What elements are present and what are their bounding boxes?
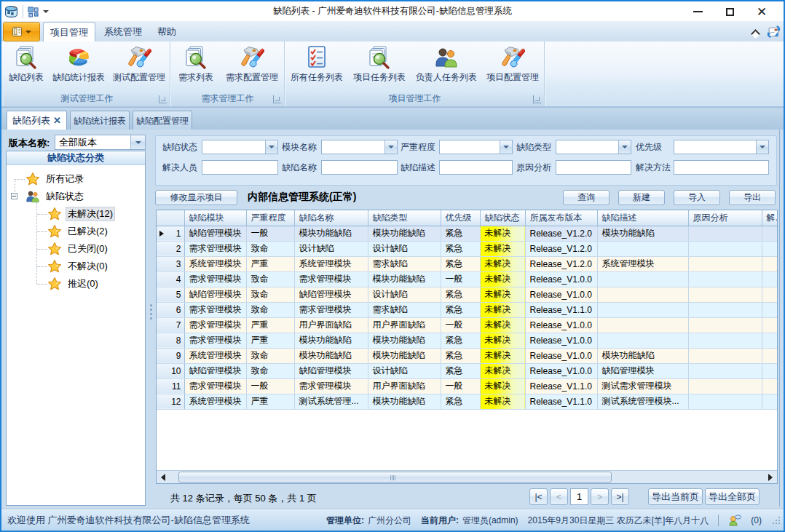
modify-display-items-button[interactable]: 修改显示项目 <box>155 190 237 205</box>
collapse-ribbon-icon[interactable] <box>752 28 760 36</box>
ribbon-button-项目配置管理[interactable]: 项目配置管理 <box>482 43 543 90</box>
ribbon-button-需求列表[interactable]: 需求列表 <box>171 43 221 90</box>
grid-row-3[interactable]: 3系统管理模块严重系统管理模块需求缺陷紧急未解决Release_V1.2.0系统… <box>157 256 778 271</box>
resize-grip-icon[interactable] <box>773 517 780 524</box>
column-header-严重程度[interactable]: 严重程度 <box>246 210 294 226</box>
switch-window-icon[interactable] <box>767 25 781 39</box>
grid-cell <box>688 256 762 271</box>
grid-row-11[interactable]: 11需求管理模块一般需求管理模块用户界面缺陷一般未解决Release_V1.1.… <box>157 378 778 394</box>
filter-combobox-优先级[interactable] <box>674 140 769 154</box>
export-all-pages-button[interactable]: 导出全部页 <box>705 488 760 505</box>
tree-item-所有记录[interactable]: 所有记录 <box>25 170 86 188</box>
horizontal-scrollbar[interactable] <box>157 470 777 483</box>
action-button-导入[interactable]: 导入 <box>674 190 720 205</box>
next-page-button[interactable]: > <box>591 488 609 505</box>
panel-splitter[interactable] <box>149 304 153 325</box>
filter-input-原因分析[interactable] <box>556 160 631 175</box>
current-page-input[interactable]: 1 <box>570 488 588 505</box>
grid-row-8[interactable]: 8需求管理模块严重模块功能缺陷模块功能缺陷紧急未解决Release_V1.0.0 <box>157 333 778 348</box>
grid-row-9[interactable]: 9系统管理模块致命模块功能缺陷模块功能缺陷紧急未解决Release_V1.0.0… <box>157 348 778 363</box>
tree-item-不解决(0)[interactable]: 不解决(0) <box>47 258 110 275</box>
grid-row-1[interactable]: 1缺陷管理模块一般模块功能缺陷模块功能缺陷紧急未解决Release_V1.2.0… <box>157 226 778 241</box>
column-header-缺陷名称[interactable]: 缺陷名称 <box>294 210 368 226</box>
tree-item-已解决(2)[interactable]: 已解决(2) <box>47 223 110 240</box>
ribbon-tab-项目管理[interactable]: 项目管理 <box>43 22 95 42</box>
ribbon-group-caption: 项目管理工作 <box>285 92 544 106</box>
column-header-缺陷模块[interactable]: 缺陷模块 <box>184 210 246 226</box>
grid-row-2[interactable]: 2需求管理模块致命设计缺陷设计缺陷紧急未解决Release_V1.2.0 <box>157 241 778 256</box>
grid-row-5[interactable]: 5缺陷管理模块致命缺陷管理模块设计缺陷紧急未解决Release_V1.0.0 <box>157 287 778 302</box>
ribbon-button-label: 缺陷统计报表 <box>52 71 105 84</box>
ribbon-button-缺陷统计报表[interactable]: 缺陷统计报表 <box>48 43 109 90</box>
maximize-button[interactable] <box>714 1 746 22</box>
row-indicator-cell: 6 <box>157 302 184 317</box>
scroll-right-icon[interactable] <box>764 471 777 483</box>
document-tab-缺陷统计报表[interactable]: 缺陷统计报表 <box>70 111 130 130</box>
document-tab-缺陷列表[interactable]: 缺陷列表✕ <box>7 111 67 130</box>
grid-row-12[interactable]: 12系统管理模块严重测试系统管理...模块功能缺陷紧急未解决Release_V1… <box>157 394 778 409</box>
filter-dropdown-icon[interactable] <box>384 140 397 154</box>
close-button[interactable]: ✕ <box>746 1 778 22</box>
filter-dropdown-icon[interactable] <box>618 140 631 154</box>
filter-dropdown-icon[interactable] <box>500 140 512 154</box>
column-header-缺陷类型[interactable]: 缺陷类型 <box>368 210 441 226</box>
grid-row-7[interactable]: 7需求管理模块严重用户界面缺陷用户界面缺陷一般未解决Release_V1.0.0 <box>157 317 778 333</box>
ribbon-tab-系统管理[interactable]: 系统管理 <box>98 22 149 42</box>
tree-item-已关闭(0)[interactable]: 已关闭(0) <box>47 240 110 258</box>
scroll-left-icon[interactable] <box>157 471 170 483</box>
tree-item-未解决(12)[interactable]: 未解决(12) <box>47 205 115 223</box>
application-menu-button[interactable] <box>3 22 40 41</box>
messages-person-icon[interactable] <box>728 514 741 527</box>
grid-indicator-header <box>157 210 184 226</box>
export-current-page-button[interactable]: 导出当前页 <box>648 488 703 505</box>
document-tab-缺陷配置管理[interactable]: 缺陷配置管理 <box>133 111 192 130</box>
filter-combobox-模块名称[interactable] <box>321 140 398 154</box>
version-combobox[interactable]: 全部版本 <box>55 135 146 150</box>
tree-item-推迟(0)[interactable]: 推迟(0) <box>47 275 100 293</box>
ribbon-tab-帮助[interactable]: 帮助 <box>151 22 183 42</box>
grid-header-row: 缺陷模块严重程度缺陷名称缺陷类型优先级缺陷状态所属发布版本缺陷描述原因分析解决方… <box>157 210 778 226</box>
grid-row-6[interactable]: 6需求管理模块致命需求管理模块需求缺陷紧急未解决Release_V1.1.0 <box>157 302 778 317</box>
tree-item-缺陷状态[interactable]: 缺陷状态 <box>25 188 86 205</box>
dialog-launcher-icon[interactable] <box>533 95 541 103</box>
filter-input-缺陷描述[interactable] <box>439 160 513 175</box>
grid-cell <box>762 363 778 378</box>
ribbon-button-缺陷列表[interactable]: 缺陷列表 <box>4 43 48 90</box>
filter-dropdown-icon[interactable] <box>756 140 768 154</box>
ribbon-button-负责人任务列表[interactable]: 负责人任务列表 <box>411 43 482 90</box>
ribbon-button-所有任务列表[interactable]: 所有任务列表 <box>285 43 348 90</box>
grid-row-10[interactable]: 10缺陷管理模块致命缺陷管理模块设计缺陷紧急未解决Release_V1.0.0缺… <box>157 363 778 378</box>
document-tab-row: 缺陷列表✕缺陷统计报表缺陷配置管理 <box>1 107 784 130</box>
filter-input-解决人员[interactable] <box>202 160 278 175</box>
grid-cell: 未解决 <box>480 333 525 348</box>
column-header-缺陷描述[interactable]: 缺陷描述 <box>597 210 688 226</box>
filter-dropdown-icon[interactable] <box>265 140 277 154</box>
ribbon-button-测试配置管理[interactable]: 测试配置管理 <box>109 43 169 90</box>
minimize-button[interactable] <box>682 1 714 22</box>
last-page-button[interactable]: >| <box>611 488 629 505</box>
ribbon-button-项目任务列表[interactable]: 项目任务列表 <box>348 43 411 90</box>
filter-panel: 缺陷状态模块名称严重程度缺陷类型优先级解决人员缺陷名称缺陷描述原因分析解决方法 <box>155 135 777 186</box>
action-button-导出[interactable]: 导出 <box>729 190 776 205</box>
filter-input-缺陷名称[interactable] <box>321 160 398 175</box>
grid-row-4[interactable]: 4需求管理模块致命需求管理模块模块功能缺陷一般未解决Release_V1.0.0 <box>157 271 778 287</box>
action-button-查询[interactable]: 查询 <box>563 190 610 205</box>
column-header-优先级[interactable]: 优先级 <box>441 210 480 226</box>
filter-combobox-缺陷状态[interactable] <box>202 140 278 154</box>
column-header-缺陷状态[interactable]: 缺陷状态 <box>480 210 525 226</box>
tab-close-icon[interactable]: ✕ <box>53 116 61 125</box>
column-header-所属发布版本[interactable]: 所属发布版本 <box>525 210 597 226</box>
dialog-launcher-icon[interactable] <box>159 95 167 103</box>
action-button-新建[interactable]: 新建 <box>618 190 665 205</box>
previous-page-button[interactable]: < <box>550 488 568 505</box>
scrollbar-thumb[interactable] <box>178 472 612 483</box>
version-combobox-dropdown-icon[interactable] <box>130 135 145 149</box>
column-header-原因分析[interactable]: 原因分析 <box>688 210 762 226</box>
filter-input-解决方法[interactable] <box>674 160 769 175</box>
first-page-button[interactable]: |< <box>529 488 548 505</box>
filter-combobox-严重程度[interactable] <box>439 140 513 154</box>
column-header-解决方法[interactable]: 解决方法 <box>762 210 778 226</box>
ribbon-button-需求配置管理[interactable]: 需求配置管理 <box>221 43 283 90</box>
filter-combobox-缺陷类型[interactable] <box>556 140 631 154</box>
dialog-launcher-icon[interactable] <box>273 95 281 103</box>
